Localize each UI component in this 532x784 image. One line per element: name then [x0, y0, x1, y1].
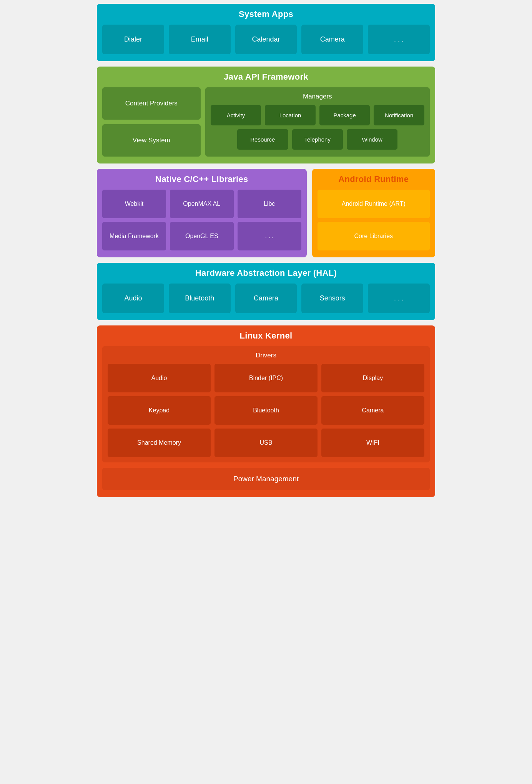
driver-item: Bluetooth: [214, 396, 318, 425]
java-api-right: Managers ActivityLocationPackageNotifica…: [205, 87, 430, 157]
java-api-left-item: View System: [102, 124, 201, 157]
java-api-left: Content ProvidersView System: [102, 87, 201, 157]
hal-item: Bluetooth: [169, 284, 231, 313]
driver-item: Shared Memory: [108, 429, 211, 457]
java-api-content: Content ProvidersView System Managers Ac…: [102, 87, 430, 157]
android-runtime-title: Android Runtime: [318, 174, 430, 184]
managers-title: Managers: [211, 93, 424, 100]
manager-item: Location: [265, 105, 316, 125]
manager-item: Telephony: [292, 129, 343, 150]
java-api-layer: Java API Framework Content ProvidersView…: [97, 67, 435, 163]
native-runtime-row: Native C/C++ Libraries WebkitOpenMAX ALL…: [97, 169, 435, 257]
hal-item: Audio: [102, 284, 164, 313]
linux-kernel-title: Linux Kernel: [102, 331, 430, 341]
native-libs-layer: Native C/C++ Libraries WebkitOpenMAX ALL…: [97, 169, 307, 257]
hal-title: Hardware Abstraction Layer (HAL): [102, 268, 430, 278]
hal-layer: Hardware Abstraction Layer (HAL) AudioBl…: [97, 263, 435, 320]
manager-item: Notification: [374, 105, 424, 125]
android-runtime-item: Core Libraries: [318, 222, 430, 250]
native-lib-item: OpenGL ES: [170, 222, 234, 250]
hal-items: AudioBluetoothCameraSensors. . .: [102, 284, 430, 313]
drivers-title: Drivers: [108, 352, 424, 359]
linux-kernel-layer: Linux Kernel Drivers AudioBinder (IPC)Di…: [97, 325, 435, 497]
native-lib-item: . . .: [238, 222, 301, 250]
system-app-item: . . .: [368, 25, 430, 54]
system-apps-title: System Apps: [102, 9, 430, 19]
manager-item: Window: [347, 129, 397, 150]
hal-item: Sensors: [301, 284, 363, 313]
native-lib-item: OpenMAX AL: [170, 190, 234, 218]
android-runtime-grid: Android Runtime (ART)Core Libraries: [318, 190, 430, 250]
manager-item: Resource: [237, 129, 288, 150]
power-management: Power Management: [102, 468, 430, 490]
system-apps-layer: System Apps DialerEmailCalendarCamera. .…: [97, 4, 435, 61]
native-lib-item: Media Framework: [102, 222, 166, 250]
system-app-item: Dialer: [102, 25, 164, 54]
managers-grid-2: ResourceTelephonyWindow: [237, 129, 397, 150]
system-apps-items: DialerEmailCalendarCamera. . .: [102, 25, 430, 54]
manager-item: Package: [319, 105, 370, 125]
driver-item: Binder (IPC): [214, 364, 318, 392]
driver-item: Display: [321, 364, 424, 392]
drivers-section: Drivers AudioBinder (IPC)DisplayKeypadBl…: [102, 346, 430, 462]
manager-item: Activity: [211, 105, 261, 125]
hal-item: . . .: [368, 284, 430, 313]
native-libs-title: Native C/C++ Libraries: [102, 174, 301, 184]
driver-item: Camera: [321, 396, 424, 425]
drivers-grid: AudioBinder (IPC)DisplayKeypadBluetoothC…: [108, 364, 424, 457]
native-lib-item: Libc: [238, 190, 301, 218]
system-app-item: Calendar: [235, 25, 297, 54]
hal-item: Camera: [235, 284, 297, 313]
managers-grid-1: ActivityLocationPackageNotification: [211, 105, 424, 125]
driver-item: Audio: [108, 364, 211, 392]
java-api-title: Java API Framework: [102, 72, 430, 82]
android-runtime-layer: Android Runtime Android Runtime (ART)Cor…: [312, 169, 435, 257]
android-runtime-item: Android Runtime (ART): [318, 190, 430, 218]
driver-item: USB: [214, 429, 318, 457]
native-libs-grid: WebkitOpenMAX ALLibcMedia FrameworkOpenG…: [102, 190, 301, 250]
native-lib-item: Webkit: [102, 190, 166, 218]
java-api-left-item: Content Providers: [102, 87, 201, 120]
driver-item: WIFI: [321, 429, 424, 457]
system-app-item: Email: [169, 25, 231, 54]
system-app-item: Camera: [301, 25, 363, 54]
driver-item: Keypad: [108, 396, 211, 425]
